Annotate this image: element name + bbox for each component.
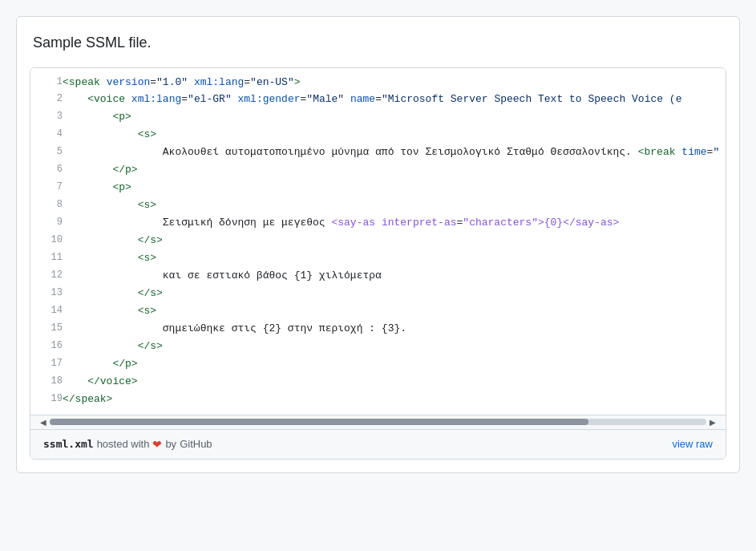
by-text: by (165, 438, 176, 450)
line-code: και σε εστιακό βάθος {1} χιλιόμετρα (63, 268, 726, 286)
line-code: Ακολουθεί αυτοματοποιημένο μύνημα από το… (63, 144, 726, 162)
table-row: 14 <s> (30, 303, 726, 321)
table-row: 13 </s> (30, 286, 726, 303)
line-number: 16 (30, 338, 63, 356)
scroll-right-arrow[interactable]: ▶ (706, 418, 719, 427)
filename-label: ssml.xml (43, 438, 94, 450)
line-number: 14 (30, 303, 63, 321)
line-code: <s> (63, 303, 726, 321)
line-code: Σεισμική δόνηση με μεγεθος <say-as inter… (63, 215, 726, 233)
table-row: 18 </voice> (30, 374, 726, 391)
line-code: <speak version="1.0" xml:lang="en-US"> (63, 68, 726, 91)
line-number: 6 (30, 162, 63, 180)
scrollbar[interactable]: ◀ ▶ (30, 415, 726, 429)
scroll-track[interactable] (50, 419, 706, 425)
hosted-with-text: hosted with (97, 438, 150, 450)
line-code: <s> (63, 250, 726, 268)
table-row: 5 Ακολουθεί αυτοματοποιημένο μύνημα από … (30, 144, 726, 162)
line-code: </s> (63, 233, 726, 250)
line-code: </voice> (63, 374, 726, 391)
line-code: </s> (63, 286, 726, 303)
line-code: <p> (63, 109, 726, 127)
footer-left: ssml.xml hosted with ❤ by GitHub (43, 438, 212, 451)
table-row: 3 <p> (30, 109, 726, 127)
line-number: 2 (30, 91, 63, 109)
line-number: 1 (30, 68, 63, 91)
line-number: 8 (30, 197, 63, 215)
line-code: </p> (63, 162, 726, 180)
line-number: 15 (30, 321, 63, 338)
footer: ssml.xml hosted with ❤ by GitHub view ra… (30, 429, 726, 459)
table-row: 11 <s> (30, 250, 726, 268)
line-number: 7 (30, 180, 63, 197)
table-row: 17 </p> (30, 356, 726, 374)
code-table: 1<speak version="1.0" xml:lang="en-US">2… (30, 68, 726, 415)
line-number: 3 (30, 109, 63, 127)
line-number: 4 (30, 127, 63, 144)
code-block: 1<speak version="1.0" xml:lang="en-US">2… (30, 67, 726, 460)
scroll-left-arrow[interactable]: ◀ (37, 418, 50, 427)
line-number: 10 (30, 233, 63, 250)
line-code: <p> (63, 180, 726, 197)
scroll-thumb[interactable] (50, 419, 588, 425)
heart-icon: ❤ (152, 438, 162, 451)
line-number: 12 (30, 268, 63, 286)
table-row: 2 <voice xml:lang="el-GR" xml:gender="Ma… (30, 91, 726, 109)
line-number: 9 (30, 215, 63, 233)
table-row: 15 σημειώθηκε στις {2} στην περιοχή : {3… (30, 321, 726, 338)
table-row: 6 </p> (30, 162, 726, 180)
github-text: GitHub (180, 438, 212, 450)
table-row: 16 </s> (30, 338, 726, 356)
view-raw-link[interactable]: view raw (672, 438, 713, 450)
line-number: 17 (30, 356, 63, 374)
table-row: 7 <p> (30, 180, 726, 197)
table-row: 1<speak version="1.0" xml:lang="en-US"> (30, 68, 726, 91)
line-number: 18 (30, 374, 63, 391)
line-code: σημειώθηκε στις {2} στην περιοχή : {3}. (63, 321, 726, 338)
table-row: 10 </s> (30, 233, 726, 250)
table-row: 8 <s> (30, 197, 726, 215)
line-code: <s> (63, 197, 726, 215)
code-area[interactable]: 1<speak version="1.0" xml:lang="en-US">2… (30, 68, 726, 415)
line-number: 5 (30, 144, 63, 162)
line-number: 13 (30, 286, 63, 303)
table-row: 12 και σε εστιακό βάθος {1} χιλιόμετρα (30, 268, 726, 286)
line-code: </p> (63, 356, 726, 374)
line-code: </s> (63, 338, 726, 356)
table-row: 4 <s> (30, 127, 726, 144)
line-code: <s> (63, 127, 726, 144)
line-number: 19 (30, 391, 63, 415)
line-code: </speak> (63, 391, 726, 415)
table-row: 9 Σεισμική δόνηση με μεγεθος <say-as int… (30, 215, 726, 233)
line-number: 11 (30, 250, 63, 268)
line-code: <voice xml:lang="el-GR" xml:gender="Male… (63, 91, 726, 109)
page-title: Sample SSML file. (33, 26, 726, 61)
table-row: 19</speak> (30, 391, 726, 415)
